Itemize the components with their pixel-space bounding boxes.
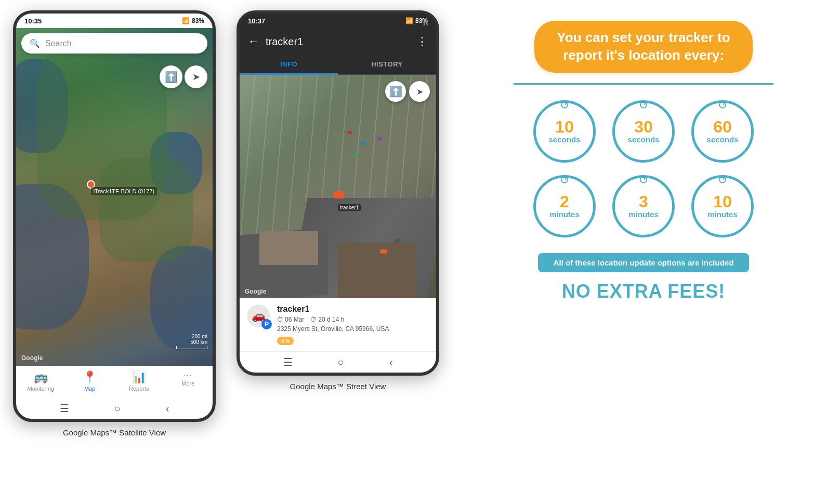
- circle-10sec-ring: ↺ 10 seconds: [533, 100, 596, 163]
- parked-car-2: [361, 142, 365, 145]
- phone1-battery: 83%: [192, 17, 204, 24]
- gesture2-menu-icon: ☰: [283, 356, 293, 368]
- parked-car-1: [348, 131, 352, 134]
- phone2-caption: Google Maps™ Street View: [290, 382, 386, 391]
- reports-icon: 📊: [132, 370, 146, 384]
- no-fees-banner: All of these location update options are…: [538, 253, 750, 272]
- tracker-name-text: tracker1: [277, 304, 309, 314]
- road-vehicle-1: [380, 249, 387, 254]
- circle-10min-arrow: ↺: [718, 174, 727, 187]
- phone2-tabs: INFO HISTORY: [240, 55, 436, 75]
- locate-button[interactable]: ➤: [185, 65, 207, 88]
- aerial-compass-button[interactable]: ⬆️: [385, 81, 406, 102]
- circle-60sec-unit: seconds: [707, 135, 739, 144]
- phone2-status-bar: 10:37 📶 83%: [240, 14, 436, 28]
- circle-2min-ring: ↺ 2 minutes: [533, 175, 596, 237]
- phone1-bottom-nav: 🚌 Monitoring 📍 Map 📊 Reports ··· More: [16, 366, 213, 398]
- nav-more-label: More: [181, 380, 194, 387]
- aerial-locate-button[interactable]: ➤: [409, 81, 430, 102]
- circle-10min-number: 10: [713, 193, 732, 210]
- monitoring-icon: 🚌: [34, 370, 48, 384]
- locate-icon: ➤: [192, 71, 200, 83]
- info-panel: You can set your tracker to report it's …: [457, 10, 830, 313]
- circle-10min: ↺ 10 minutes: [691, 175, 754, 237]
- back-button[interactable]: ←: [248, 35, 259, 48]
- circle-60sec-arrow: ↺: [718, 99, 727, 112]
- aerial-map: tracker1 ⬆️ ➤ Google: [240, 75, 436, 298]
- circle-2min-unit: minutes: [549, 210, 580, 219]
- nav-reports-label: Reports: [129, 386, 149, 392]
- phone1-frame: 10:35 📶 83% 🔍 Searc: [13, 10, 216, 422]
- timer-icon: ⏱: [310, 316, 317, 323]
- gesture-back-icon: ‹: [166, 403, 169, 415]
- circle-60sec-ring: ↺ 60 seconds: [691, 100, 754, 163]
- tracker-icon-wrapper: 🚗 P: [247, 304, 272, 329]
- circle-60sec-number: 60: [713, 118, 732, 135]
- phone2-info-panel: 🚗 P tracker1 ∧ ⏱ 06 Mar ⏱ 20 d 14 h: [240, 298, 436, 351]
- search-bar[interactable]: 🔍 Search: [21, 33, 207, 54]
- phone2-gesture-bar: ☰ ○ ‹: [240, 351, 436, 373]
- circle-3min-unit: minutes: [628, 210, 659, 219]
- circle-10min-ring: ↺ 10 minutes: [691, 175, 754, 237]
- tracker-label: iTrack1TE BOLD (0177): [91, 187, 158, 195]
- phone1-signal-icon: 📶: [182, 17, 190, 24]
- circle-2min-number: 2: [560, 193, 569, 210]
- circle-30sec: ↺ 30 seconds: [612, 100, 675, 163]
- circle-3min-ring: ↺ 3 minutes: [612, 175, 675, 237]
- meta-duration: ⏱ 20 d 14 h: [310, 316, 344, 323]
- gesture2-back-icon: ‹: [389, 356, 393, 368]
- phone2-frame: 10:37 📶 83% ← tracker1 ⋮ INFO HISTORY: [237, 10, 439, 376]
- tab-info[interactable]: INFO: [240, 55, 338, 75]
- circle-30sec-unit: seconds: [628, 135, 660, 144]
- circle-2min: ↺ 2 minutes: [533, 175, 596, 237]
- phone1-status-right: 📶 83%: [182, 17, 204, 24]
- satellite-bg: [16, 28, 213, 366]
- compass-button[interactable]: ⬆️: [160, 65, 182, 88]
- menu-dots-button[interactable]: ⋮: [416, 35, 428, 48]
- gesture-home-icon: ○: [114, 403, 121, 415]
- tracker-name-row: tracker1 ∧: [277, 304, 429, 314]
- info-headline: You can set your tracker to report it's …: [534, 21, 753, 73]
- gesture-menu-icon: ☰: [60, 402, 69, 415]
- phone2-signal-icon: 📶: [405, 17, 413, 24]
- gesture2-home-icon: ○: [338, 356, 344, 368]
- parked-car-4: [377, 137, 382, 140]
- tracker-car: [334, 191, 344, 198]
- phone2-title: tracker1: [266, 36, 410, 48]
- circle-60sec: ↺ 60 seconds: [691, 100, 754, 163]
- circle-3min-number: 3: [639, 193, 648, 210]
- phone2-time: 10:37: [248, 17, 265, 25]
- circles-grid: ↺ 10 seconds ↺ 30 seconds ↺ 60 seconds ↺…: [533, 100, 754, 237]
- chevron-up-icon: ∧: [422, 17, 429, 28]
- nav-monitoring[interactable]: 🚌 Monitoring: [25, 370, 56, 392]
- nav-more[interactable]: ··· More: [173, 370, 204, 392]
- circle-10sec-unit: seconds: [549, 135, 581, 144]
- divider-line: [514, 83, 773, 85]
- phone1-mockup: 10:35 📶 83% 🔍 Searc: [10, 10, 218, 437]
- circle-30sec-ring: ↺ 30 seconds: [612, 100, 675, 163]
- tracker-meta: ⏱ 06 Mar ⏱ 20 d 14 h: [277, 316, 429, 323]
- circle-10min-unit: minutes: [707, 210, 738, 219]
- map-icon: 📍: [83, 370, 97, 384]
- no-extra-fees-text: NO EXTRA FEES!: [562, 281, 726, 302]
- phone1-status-bar: 10:35 📶 83%: [16, 14, 213, 28]
- tracker-aerial-label: tracker1: [338, 204, 361, 211]
- scale-bar: [176, 346, 207, 349]
- road-vehicle-2: [395, 239, 401, 243]
- circle-30sec-number: 30: [634, 118, 653, 135]
- circle-10sec-number: 10: [555, 118, 574, 135]
- meta-date: ⏱ 06 Mar: [277, 316, 304, 323]
- google-watermark-1: Google: [21, 354, 43, 362]
- circle-3min: ↺ 3 minutes: [612, 175, 675, 237]
- nav-reports[interactable]: 📊 Reports: [123, 370, 154, 392]
- phone1-gesture-bar: ☰ ○ ‹: [16, 398, 213, 419]
- tracker-address: 2325 Myers St, Oroville, CA 95966, USA: [277, 325, 429, 333]
- tab-history[interactable]: HISTORY: [338, 55, 436, 74]
- search-icon: 🔍: [30, 38, 40, 48]
- nav-map[interactable]: 📍 Map: [74, 370, 106, 392]
- parking-badge: P: [261, 319, 272, 329]
- satellite-overlay: [16, 28, 213, 366]
- tracker-details: tracker1 ∧ ⏱ 06 Mar ⏱ 20 d 14 h 2325 Mye…: [277, 304, 429, 345]
- age-badge: 5 h: [277, 337, 294, 345]
- more-icon: ···: [183, 370, 193, 379]
